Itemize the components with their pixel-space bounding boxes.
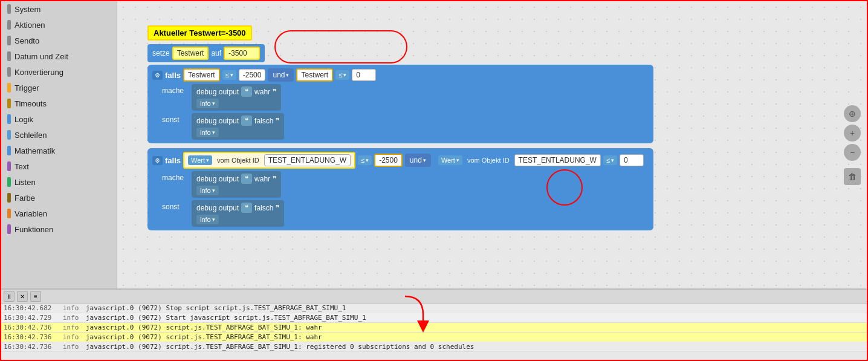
sidebar-color-sendto	[7, 36, 11, 45]
sidebar-item-farbe[interactable]: Farbe	[1, 190, 117, 206]
sidebar: SystemAktionenSendtoDatum und ZeitKonver…	[1, 1, 117, 288]
log-clear-btn[interactable]: ✕	[17, 291, 28, 302]
log-settings-btn[interactable]: ≡	[30, 291, 41, 302]
sidebar-item-datum-zeit[interactable]: Datum und Zeit	[1, 48, 117, 64]
falls2-sonst-row: sonst debug output ❝ falsch ❞ info	[162, 200, 649, 227]
falls1-gear[interactable]: ⚙	[152, 71, 163, 80]
falls1-op2[interactable]: ≤	[335, 70, 349, 80]
sidebar-item-variablen[interactable]: Variablen	[1, 206, 117, 221]
falls2-val2[interactable]: 0	[620, 154, 644, 166]
sidebar-label-farbe: Farbe	[15, 194, 35, 203]
sidebar-color-konvertierung	[7, 67, 11, 77]
falls2-op1[interactable]: ≤	[358, 155, 372, 165]
trash-btn[interactable]: 🗑	[844, 168, 861, 185]
sidebar-item-trigger[interactable]: Trigger	[1, 80, 117, 96]
falls2-info-true[interactable]: info	[196, 186, 219, 195]
falls2-und[interactable]: und	[405, 154, 431, 167]
falls1-op1[interactable]: ≤	[222, 70, 236, 80]
falls1-info-false[interactable]: info	[196, 128, 219, 137]
falls2-gear[interactable]: ⚙	[152, 156, 163, 165]
sidebar-item-timeouts[interactable]: Timeouts	[1, 96, 117, 111]
sidebar-item-listen[interactable]: Listen	[1, 174, 117, 190]
falls1-var2[interactable]: Testwert	[296, 68, 333, 82]
log-rows: 16:30:42.682infojavascript.0 (9072) Stop…	[1, 304, 867, 360]
falls1-info-true[interactable]: info	[196, 99, 219, 108]
falls1-und[interactable]: und	[268, 68, 294, 82]
sidebar-color-listen	[7, 177, 11, 187]
log-time: 16:30:42.736	[4, 324, 58, 331]
log-level: info	[63, 314, 81, 322]
zoom-in-btn[interactable]: +	[844, 125, 861, 141]
log-level: info	[63, 324, 81, 331]
log-level: info	[63, 333, 81, 341]
sidebar-item-sendto[interactable]: Sendto	[1, 33, 117, 48]
log-msg: javascript.0 (9072) script.js.TEST_ABFRA…	[86, 343, 864, 351]
scroll-center-btn[interactable]: ⊕	[844, 105, 861, 122]
sidebar-label-listen: Listen	[15, 178, 36, 187]
setze-label: setze	[152, 49, 170, 57]
falls1-debug-label-true: debug output	[196, 88, 239, 96]
log-level: info	[63, 304, 81, 312]
log-row: 16:30:42.729infojavascript.0 (9072) Star…	[1, 313, 867, 323]
falls2-label: falls	[165, 156, 181, 165]
sidebar-label-timeouts: Timeouts	[15, 99, 47, 108]
falls2-mache-label: mache	[162, 171, 189, 182]
log-row: 16:30:42.736infojavascript.0 (9072) scri…	[1, 333, 867, 342]
falls1-condition: Testwert ≤ -2500 und Testwert ≤ 0	[183, 68, 376, 82]
sidebar-color-trigger	[7, 83, 11, 93]
sidebar-item-mathematik[interactable]: Mathematik	[1, 143, 117, 158]
falls1-debug-label-false: debug output	[196, 117, 239, 125]
falls2-header: ⚙ falls Wert vom Objekt ID TEST_ENTLADUN…	[152, 152, 649, 169]
sidebar-item-schleifen[interactable]: Schleifen	[1, 127, 117, 143]
falls2-info-false[interactable]: info	[196, 215, 219, 224]
log-pause-btn[interactable]: ⏸	[4, 291, 15, 302]
sidebar-color-logik	[7, 114, 11, 124]
falls2-var1[interactable]: Wert	[188, 155, 212, 165]
sidebar-color-schleifen	[7, 130, 11, 140]
falls1-debug-true[interactable]: debug output ❝ wahr ❞ info	[192, 84, 281, 111]
sidebar-label-aktionen: Aktionen	[15, 21, 45, 30]
log-time: 16:30:42.736	[4, 343, 58, 351]
falls1-debug-false[interactable]: debug output ❝ falsch ❞ info	[192, 113, 284, 140]
setze-block[interactable]: setze Testwert auf -3500	[147, 44, 265, 62]
falls2-var2[interactable]: Wert	[438, 155, 462, 165]
falls2-wahr-close: ❞	[273, 175, 276, 183]
log-msg: javascript.0 (9072) script.js.TEST_ABFRA…	[86, 324, 864, 331]
falls2-debug-label-true: debug output	[196, 175, 239, 183]
sidebar-item-text[interactable]: Text	[1, 158, 117, 174]
sidebar-color-text	[7, 161, 11, 171]
sidebar-item-system[interactable]: System	[1, 1, 117, 17]
sidebar-label-datum-zeit: Datum und Zeit	[15, 52, 68, 61]
falls2-op2[interactable]: ≤	[603, 155, 617, 165]
zoom-out-btn[interactable]: −	[844, 144, 861, 161]
setze-value[interactable]: -3500	[224, 47, 260, 60]
log-msg: javascript.0 (9072) Stop script script.j…	[86, 304, 864, 312]
testwert-var[interactable]: Testwert	[172, 47, 209, 60]
canvas-area[interactable]: Aktueller Testwert=-3500 setze Testwert …	[117, 1, 867, 288]
falls2-id1[interactable]: TEST_ENTLADUNG_W	[264, 154, 351, 166]
setze-row: setze Testwert auf -3500	[147, 44, 653, 62]
sidebar-label-mathematik: Mathematik	[15, 146, 55, 155]
sidebar-label-logik: Logik	[15, 115, 33, 124]
sidebar-item-funktionen[interactable]: Funktionen	[1, 221, 117, 237]
falls1-var1[interactable]: Testwert	[183, 68, 220, 82]
falls2-id2[interactable]: TEST_ENTLADUNG_W	[514, 154, 601, 166]
falls1-val2[interactable]: 0	[352, 69, 376, 81]
falls1-val1[interactable]: -2500	[239, 69, 266, 81]
sidebar-item-logik[interactable]: Logik	[1, 111, 117, 127]
sidebar-item-konvertierung[interactable]: Konvertierung	[1, 64, 117, 80]
falls2-mache-row: mache debug output ❝ wahr ❞ info	[162, 171, 649, 198]
falls2-debug-true[interactable]: debug output ❝ wahr ❞ info	[192, 171, 281, 198]
falls2-debug-false[interactable]: debug output ❝ falsch ❞ info	[192, 200, 284, 227]
log-row: 16:30:42.736infojavascript.0 (9072) scri…	[1, 342, 867, 352]
falls1-wahr-quote: ❝	[241, 86, 252, 97]
log-row: 16:30:42.736infojavascript.0 (9072) scri…	[1, 323, 867, 333]
sidebar-item-aktionen[interactable]: Aktionen	[1, 17, 117, 33]
main-area: SystemAktionenSendtoDatum und ZeitKonver…	[1, 1, 867, 288]
falls2-falsch-quote: ❝	[241, 203, 252, 213]
value-display: Aktueller Testwert=-3500	[147, 25, 252, 41]
falls2-cond2: Wert vom Objekt ID TEST_ENTLADUNG_W ≤ 0	[433, 152, 649, 169]
falls2-val1[interactable]: -2500	[374, 154, 403, 167]
log-row: 16:30:42.682infojavascript.0 (9072) Stop…	[1, 304, 867, 313]
sidebar-label-system: System	[15, 5, 40, 14]
